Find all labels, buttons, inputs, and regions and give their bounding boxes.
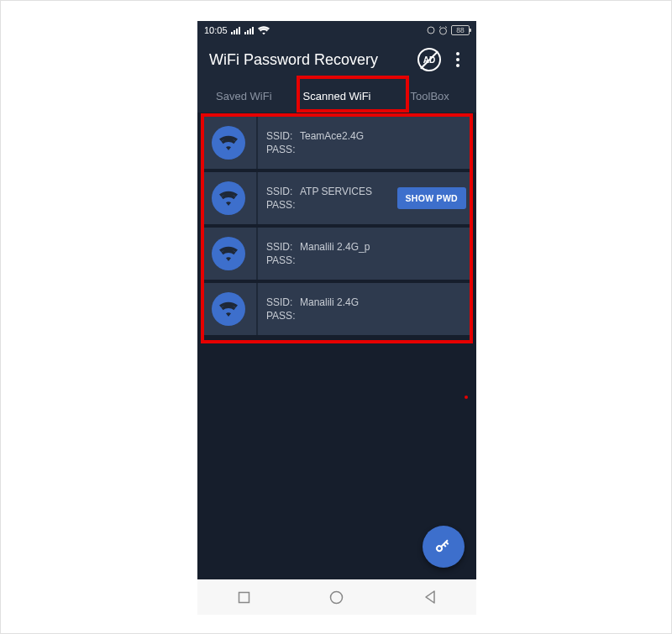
home-button[interactable] (328, 589, 345, 605)
ssid-value: Manalili 2.4G_p (300, 241, 370, 253)
wifi-icon (212, 292, 245, 326)
svg-point-5 (331, 591, 343, 603)
phone-screen: 10:05 88 (197, 21, 476, 615)
wifi-info: SSID:ATP SERVICES PASS: (258, 172, 397, 224)
tab-bar: Saved WiFi Scanned WiFi ToolBox (197, 80, 476, 113)
wifi-info: SSID:Manalili 2.4G PASS: (258, 283, 466, 335)
svg-point-0 (428, 27, 434, 34)
disable-ads-button[interactable]: AD (417, 48, 441, 71)
wifi-list-item[interactable]: SSID:Manalili 2.4G PASS: (201, 283, 473, 335)
svg-rect-4 (239, 592, 249, 602)
battery-indicator: 88 (451, 25, 470, 35)
wifi-list: SSID:TeamAce2.4G PASS: SSID:ATP SERVICES… (201, 117, 473, 335)
status-bar: 10:05 88 (197, 21, 476, 39)
wifi-icon (212, 237, 245, 270)
wifi-icon-cell (201, 283, 258, 335)
svg-point-1 (440, 28, 447, 34)
wifi-list-item[interactable]: SSID:TeamAce2.4G PASS: (201, 117, 473, 169)
wifi-icon-cell (201, 228, 258, 280)
ssid-value: TeamAce2.4G (300, 130, 364, 142)
status-time: 10:05 (204, 25, 228, 35)
pass-label: PASS: (266, 144, 295, 155)
key-icon (433, 537, 454, 557)
show-password-button[interactable]: SHOW PWD (397, 187, 466, 209)
page-title: WiFi Password Recovery (209, 51, 417, 69)
tab-saved-wifi[interactable]: Saved WiFi (197, 80, 291, 113)
wifi-icon (212, 181, 245, 215)
wifi-list-item[interactable]: SSID:ATP SERVICES PASS: SHOW PWD (201, 172, 473, 224)
more-button[interactable] (448, 49, 468, 71)
screenshot-frame: 10:05 88 (0, 0, 672, 634)
title-bar: WiFi Password Recovery AD (197, 39, 476, 80)
wifi-info: SSID:TeamAce2.4G PASS: (258, 117, 466, 169)
pass-label: PASS: (266, 310, 295, 322)
ssid-label: SSID: (266, 186, 295, 197)
back-button[interactable] (422, 589, 438, 605)
system-nav-bar (197, 579, 476, 615)
content-area: SSID:TeamAce2.4G PASS: SSID:ATP SERVICES… (197, 113, 476, 579)
notification-icon (427, 26, 435, 34)
wifi-status-icon (258, 26, 270, 34)
fab-key-button[interactable] (423, 526, 465, 568)
pass-label: PASS: (266, 254, 295, 266)
wifi-list-item[interactable]: SSID:Manalili 2.4G_p PASS: (201, 228, 473, 280)
wifi-icon (212, 126, 245, 160)
tab-toolbox[interactable]: ToolBox (383, 80, 476, 113)
alarm-icon (438, 26, 448, 35)
svg-line-3 (445, 26, 447, 28)
ssid-label: SSID: (266, 130, 295, 142)
ssid-label: SSID: (266, 296, 295, 308)
wifi-icon-cell (201, 172, 258, 224)
wifi-icon-cell (201, 117, 258, 169)
pass-label: PASS: (266, 199, 295, 211)
ad-label: AD (423, 55, 435, 65)
tab-scanned-wifi[interactable]: Scanned WiFi (291, 80, 384, 113)
svg-line-2 (439, 26, 441, 28)
ssid-value: ATP SERVICES (300, 186, 372, 197)
recent-apps-button[interactable] (235, 589, 252, 605)
signal-icon (231, 26, 241, 34)
red-dot (465, 396, 468, 399)
signal-icon (244, 26, 255, 34)
ssid-value: Manalili 2.4G (300, 296, 359, 308)
wifi-info: SSID:Manalili 2.4G_p PASS: (258, 228, 466, 280)
ssid-label: SSID: (266, 241, 295, 253)
